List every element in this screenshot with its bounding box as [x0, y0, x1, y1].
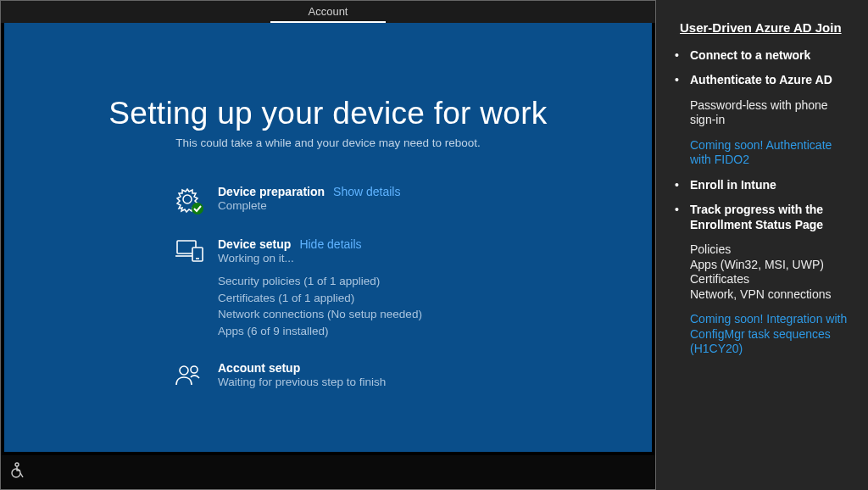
svg-point-0	[183, 195, 192, 203]
note-policies: Policies	[675, 242, 853, 258]
link-fido2[interactable]: Coming soon! Authenticate with FIDO2	[675, 138, 853, 168]
page-subtitle: This could take a while and your device …	[38, 136, 618, 149]
detail-certificates: Certificates (1 of 1 applied)	[218, 290, 422, 307]
step1-status: Complete	[218, 199, 400, 212]
accessibility-icon[interactable]	[9, 462, 26, 482]
note-apps: Apps (Win32, MSI, UWP)	[675, 258, 853, 273]
tab-bar: Account	[1, 1, 655, 23]
bullet-auth-azure: Authenticate to Azure AD	[690, 73, 832, 86]
note-network-vpn: Network, VPN connections	[675, 287, 853, 303]
tab-account[interactable]: Account	[270, 1, 387, 23]
step-device-setup: Device setup Hide details Working on it.…	[174, 237, 618, 339]
gear-check-icon	[174, 185, 211, 215]
step1-toggle-link[interactable]: Show details	[333, 185, 400, 198]
bullet-enroll-intune: Enroll in Intune	[690, 178, 776, 192]
step-device-preparation: Device preparation Show details Complete	[174, 185, 618, 215]
devices-icon	[174, 237, 211, 264]
oobe-screen: Setting up your device for work This cou…	[4, 23, 652, 452]
link-configmgr[interactable]: Coming soon! Integration with ConfigMgr …	[675, 312, 853, 357]
notes-title: User-Driven Azure AD Join	[680, 20, 853, 36]
svg-point-8	[15, 463, 19, 466]
people-icon	[174, 361, 211, 388]
side-notes-panel: User-Driven Azure AD Join Connect to a n…	[656, 0, 868, 490]
note-passwordless: Password-less with phone sign-in	[675, 98, 853, 128]
step1-title: Device preparation	[218, 185, 325, 198]
step2-status: Working on it...	[218, 252, 422, 264]
step2-toggle-link[interactable]: Hide details	[299, 237, 361, 251]
note-certificates: Certificates	[675, 272, 853, 287]
bottom-bar	[1, 455, 655, 489]
bullet-connect-network: Connect to a network	[690, 48, 810, 62]
main-pane: Account Setting up your device for work …	[0, 0, 656, 490]
svg-point-7	[191, 366, 198, 373]
step3-status: Waiting for previous step to finish	[218, 376, 386, 388]
detail-security-policies: Security policies (1 of 1 applied)	[218, 273, 422, 290]
detail-apps: Apps (6 of 9 installed)	[218, 323, 422, 340]
enrollment-steps: Device preparation Show details Complete	[174, 185, 618, 388]
step-account-setup: Account setup Waiting for previous step …	[174, 361, 618, 388]
svg-point-9	[12, 469, 20, 477]
svg-point-6	[180, 366, 188, 375]
svg-point-1	[192, 203, 203, 214]
page-title: Setting up your device for work	[38, 96, 618, 131]
detail-network: Network connections (No setup needed)	[218, 306, 422, 323]
step2-details: Security policies (1 of 1 applied) Certi…	[218, 273, 422, 339]
step3-title: Account setup	[218, 361, 300, 375]
step2-title: Device setup	[218, 237, 291, 251]
bullet-track-progress: Track progress with the Enrollment Statu…	[690, 203, 823, 231]
